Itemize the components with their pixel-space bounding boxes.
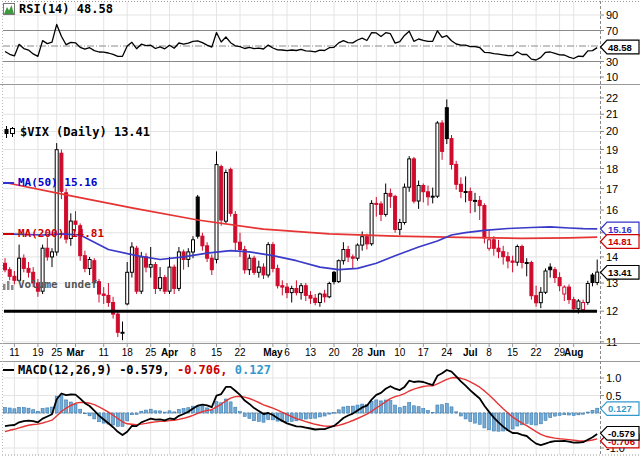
svg-text:90: 90 [606, 9, 618, 21]
svg-text:10: 10 [606, 71, 618, 83]
svg-text:6: 6 [284, 347, 290, 358]
svg-text:20: 20 [606, 125, 618, 137]
svg-text:21: 21 [606, 108, 618, 120]
svg-text:22: 22 [234, 347, 246, 358]
svg-text:22: 22 [531, 347, 543, 358]
svg-text:Jun: Jun [367, 347, 385, 358]
ma50-line-icon [3, 182, 14, 184]
ma200-label: MA(200) 14.81 [18, 227, 104, 240]
ma200-line-icon [3, 233, 14, 235]
ma50-row: MA(50) 15.16 [3, 176, 150, 189]
price-legend: $VIX (Daily) 13.41 MA(50) 15.16 MA(200) … [3, 87, 150, 329]
svg-text:14.81: 14.81 [608, 236, 632, 247]
volume-row: Volume undef [3, 278, 150, 291]
svg-text:30: 30 [606, 56, 618, 68]
macd-legend: MACD(12,26,9) -0.579, -0.706, 0.127 [3, 363, 271, 377]
svg-text:15: 15 [507, 347, 519, 358]
svg-text:10: 10 [394, 347, 406, 358]
svg-text:Apr: Apr [161, 347, 178, 358]
svg-text:13.41: 13.41 [608, 267, 632, 278]
rsi-legend-label: RSI(14) 48.58 [19, 2, 113, 16]
svg-text:20: 20 [328, 347, 340, 358]
rsi-legend: RSI(14) 48.58 [3, 2, 113, 16]
symbol-row: $VIX (Daily) 13.41 [3, 125, 150, 138]
macd-line-icon [3, 369, 14, 371]
svg-text:18: 18 [122, 347, 134, 358]
svg-text:13: 13 [305, 347, 317, 358]
svg-text:May: May [263, 347, 283, 358]
svg-text:8: 8 [486, 347, 492, 358]
candlestick-icon [3, 126, 16, 138]
svg-text:Jul: Jul [463, 347, 478, 358]
svg-text:11: 11 [606, 336, 617, 348]
stockchart: 222120191817161514131211907030101.00.5-1… [0, 0, 640, 456]
symbol-label: $VIX (Daily) 13.41 [20, 125, 150, 139]
svg-text:16: 16 [606, 204, 618, 216]
svg-text:48.58: 48.58 [608, 42, 632, 53]
svg-text:19: 19 [606, 144, 618, 156]
macd-hist-label: 0.127 [228, 363, 271, 377]
svg-text:8: 8 [190, 347, 196, 358]
svg-text:12: 12 [606, 305, 618, 317]
svg-text:Aug: Aug [564, 347, 583, 358]
svg-text:14: 14 [606, 251, 618, 263]
svg-text:25: 25 [145, 347, 157, 358]
svg-text:70: 70 [606, 25, 618, 37]
ma50-label: MA(50) 15.16 [18, 176, 97, 189]
svg-text:Mar: Mar [67, 347, 85, 358]
svg-text:11: 11 [99, 347, 110, 358]
volume-bars-icon [3, 280, 14, 290]
indicator-chart-icon [3, 3, 15, 15]
svg-text:18: 18 [606, 163, 618, 175]
macd-value-label: MACD(12,26,9) -0.579, [18, 363, 170, 377]
macd-signal-label: -0.706, [170, 363, 228, 377]
svg-text:28: 28 [352, 347, 364, 358]
ma200-row: MA(200) 14.81 [3, 227, 150, 240]
svg-text:24: 24 [441, 347, 453, 358]
svg-text:17: 17 [418, 347, 430, 358]
volume-label: Volume undef [18, 278, 97, 291]
svg-text:17: 17 [606, 183, 618, 195]
svg-text:11: 11 [9, 347, 20, 358]
svg-text:25: 25 [51, 347, 63, 358]
svg-text:19: 19 [32, 347, 44, 358]
svg-text:22: 22 [606, 92, 618, 104]
svg-text:1.0: 1.0 [606, 372, 621, 384]
svg-text:-0.579: -0.579 [608, 428, 635, 439]
svg-text:15.16: 15.16 [608, 224, 632, 235]
svg-text:15: 15 [211, 347, 223, 358]
svg-text:0.127: 0.127 [608, 403, 632, 414]
svg-text:0.5: 0.5 [606, 390, 621, 402]
